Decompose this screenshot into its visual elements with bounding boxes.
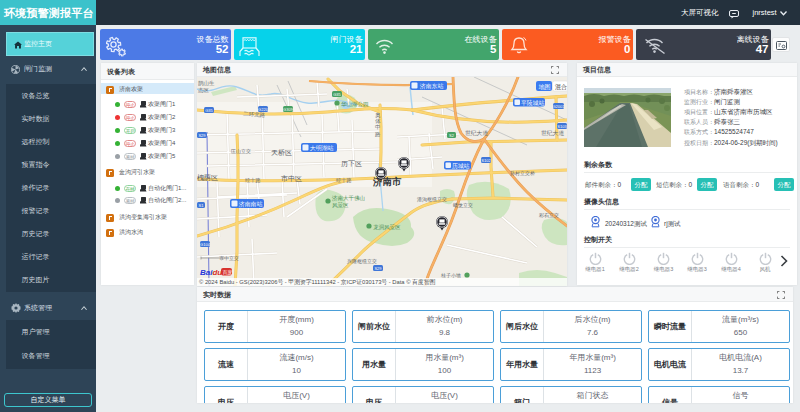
svg-text:大明湖站: 大明湖站	[310, 144, 333, 152]
svg-text:S29: S29	[374, 266, 382, 271]
svg-text:市中区: 市中区	[281, 174, 302, 182]
svg-text:兴隆枢纽立交: 兴隆枢纽立交	[347, 258, 377, 264]
svg-text:槐荫区: 槐荫区	[197, 174, 218, 182]
svg-text:经十路: 经十路	[336, 177, 352, 184]
svg-text:蟠龙立交: 蟠龙立交	[453, 202, 473, 208]
svg-text:S103: S103	[557, 124, 567, 129]
svg-text:天桥区: 天桥区	[271, 149, 292, 156]
svg-text:奥体中路: 奥体中路	[375, 112, 381, 137]
svg-text:鹊山生: 鹊山生	[198, 80, 215, 86]
svg-text:彩石立交: 彩石立交	[539, 212, 559, 219]
svg-text:桂子小墙: 桂子小墙	[440, 272, 461, 279]
svg-text:© 2024 Baidu - GS(2023)3206号 -: © 2024 Baidu - GS(2023)3206号 - 甲测资字11111…	[199, 278, 435, 286]
svg-text:历城站: 历城站	[452, 163, 470, 170]
svg-text:G2001: G2001	[552, 104, 565, 109]
svg-text:华山湖公园: 华山湖公园	[341, 101, 369, 108]
svg-text:经十路: 经十路	[245, 177, 261, 184]
svg-text:风景区: 风景区	[332, 202, 349, 208]
svg-text:G35: G35	[333, 92, 341, 97]
svg-text:G309: G309	[283, 107, 294, 112]
svg-text:态区: 态区	[197, 87, 210, 93]
svg-text:混合: 混合	[555, 83, 567, 91]
svg-text:S102: S102	[481, 158, 491, 163]
svg-text:G35: G35	[205, 108, 213, 113]
svg-text:S2: S2	[449, 133, 455, 138]
svg-text:Baidu: Baidu	[200, 268, 222, 277]
svg-text:港沟枢纽立交: 港沟枢纽立交	[417, 196, 447, 203]
svg-text:地图: 地图	[539, 84, 551, 91]
svg-text:历下区: 历下区	[341, 160, 362, 168]
svg-text:孙村立交桥: 孙村立交桥	[510, 170, 535, 177]
svg-text:匡山立交: 匡山立交	[231, 148, 251, 154]
svg-text:济南东站: 济南东站	[419, 83, 443, 90]
svg-text:龙洞风景区: 龙洞风景区	[373, 224, 401, 231]
svg-text:世纪大道: 世纪大道	[465, 130, 488, 136]
svg-text:济南市: 济南市	[372, 176, 402, 187]
svg-text:世纪大道: 世纪大道	[541, 130, 564, 136]
svg-text:G104: G104	[200, 242, 211, 247]
svg-text:S29: S29	[198, 133, 206, 138]
svg-text:济南南站: 济南南站	[238, 201, 262, 208]
svg-text:百度: 百度	[223, 269, 233, 276]
svg-text:S1: S1	[199, 203, 205, 208]
svg-text:平陵城站: 平陵城站	[521, 99, 544, 107]
